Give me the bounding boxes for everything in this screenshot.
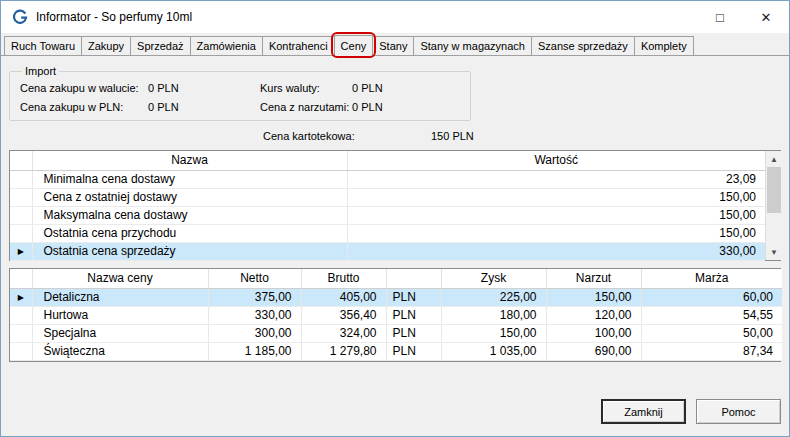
tab-kontrahenci[interactable]: Kontrahenci xyxy=(262,36,335,55)
cell-brutto: 324,00 xyxy=(301,324,386,342)
price-list-table: Nazwa ceny Netto Brutto Zysk Narzut Marż… xyxy=(10,269,782,361)
tab-zakupy[interactable]: Zakupy xyxy=(81,36,131,55)
field-value-cena-zakupu-pln: 0 PLN xyxy=(148,101,260,113)
cell-nazwa-ceny: Specjalna xyxy=(32,324,208,342)
cena-kartotekowa-value: 150 PLN xyxy=(431,130,474,142)
cell-brutto: 356,40 xyxy=(301,306,386,324)
informator-window: Informator - So perfumy 10ml □ ✕ Ruch To… xyxy=(0,0,790,437)
tab-szanse-sprzedazy[interactable]: Szanse sprzedaży xyxy=(531,36,635,55)
table-row[interactable]: Ostatnia cena przychodu 150,00 xyxy=(10,224,765,242)
scrollbar-thumb[interactable] xyxy=(767,167,781,213)
cell-name: Ostatnia cena przychodu xyxy=(32,224,347,242)
table-row[interactable]: Cena z ostatniej dostawy 150,00 xyxy=(10,188,765,206)
header-zysk: Zysk xyxy=(441,269,546,288)
tab-zamowienia[interactable]: Zamówienia xyxy=(190,36,263,55)
price-list-grid: Nazwa ceny Netto Brutto Zysk Narzut Marż… xyxy=(9,268,781,362)
cell-zysk: 225,00 xyxy=(441,288,546,306)
scroll-down-icon[interactable]: ▼ xyxy=(766,244,782,260)
field-label-cena-z-narzutami: Cena z narzutami: xyxy=(260,101,352,113)
cell-brutto: 1 279,80 xyxy=(301,342,386,360)
cena-kartotekowa-row: Cena kartotekowa: 150 PLN xyxy=(263,130,781,142)
field-label-cena-zakupu-walucie: Cena zakupu w walucie: xyxy=(20,82,148,94)
table-header-row: Nazwa Wartość xyxy=(10,151,765,170)
cell-name: Ostatnia cena sprzedaży xyxy=(32,242,347,260)
cell-zysk: 1 035,00 xyxy=(441,342,546,360)
table-row-selected[interactable]: ▶ Detaliczna 375,00 405,00 PLN 225,00 15… xyxy=(10,288,782,306)
zamknij-button[interactable]: Zamknij xyxy=(601,399,686,424)
scroll-up-icon[interactable]: ▲ xyxy=(766,151,782,167)
tab-ceny[interactable]: Ceny xyxy=(334,35,374,56)
header-currency xyxy=(386,269,441,288)
tab-stany-w-magazynach[interactable]: Stany w magazynach xyxy=(413,36,532,55)
cell-marza: 87,34 xyxy=(641,342,782,360)
tab-stany[interactable]: Stany xyxy=(372,36,414,55)
cell-narzut: 100,00 xyxy=(546,324,641,342)
row-marker xyxy=(10,188,32,206)
window-controls: □ ✕ xyxy=(697,1,789,33)
header-brutto: Brutto xyxy=(301,269,386,288)
header-nazwa-ceny: Nazwa ceny xyxy=(32,269,208,288)
table-row[interactable]: Specjalna 300,00 324,00 PLN 150,00 100,0… xyxy=(10,324,782,342)
table-row[interactable]: Świąteczna 1 185,00 1 279,80 PLN 1 035,0… xyxy=(10,342,782,360)
field-value-cena-zakupu-walucie: 0 PLN xyxy=(148,82,260,94)
close-button[interactable]: ✕ xyxy=(743,1,789,33)
row-marker xyxy=(10,324,32,342)
cell-narzut: 120,00 xyxy=(546,306,641,324)
tab-ruch-towaru[interactable]: Ruch Towaru xyxy=(4,36,82,55)
import-fields: Cena zakupu w walucie: 0 PLN Kurs waluty… xyxy=(20,82,462,113)
cell-value: 150,00 xyxy=(347,224,765,242)
table-row-selected[interactable]: ▶ Ostatnia cena sprzedaży 330,00 xyxy=(10,242,765,260)
cell-value: 330,00 xyxy=(347,242,765,260)
row-marker-icon: ▶ xyxy=(10,288,32,306)
cell-value: 23,09 xyxy=(347,170,765,188)
cell-zysk: 150,00 xyxy=(441,324,546,342)
header-netto: Netto xyxy=(208,269,301,288)
table-row[interactable]: Hurtowa 330,00 356,40 PLN 180,00 120,00 … xyxy=(10,306,782,324)
vertical-scrollbar[interactable]: ▲ ▼ xyxy=(765,151,782,260)
header-marker-gutter xyxy=(10,269,32,288)
cell-currency: PLN xyxy=(386,288,441,306)
cell-zysk: 180,00 xyxy=(441,306,546,324)
header-narzut: Narzut xyxy=(546,269,641,288)
cell-value: 150,00 xyxy=(347,206,765,224)
cell-currency: PLN xyxy=(386,342,441,360)
cell-netto: 375,00 xyxy=(208,288,301,306)
field-value-kurs-waluty: 0 PLN xyxy=(352,82,462,94)
scrollbar-track[interactable] xyxy=(766,167,782,244)
cell-narzut: 690,00 xyxy=(546,342,641,360)
header-marker-gutter xyxy=(10,151,32,170)
field-label-kurs-waluty: Kurs waluty: xyxy=(260,82,352,94)
tab-komplety[interactable]: Komplety xyxy=(634,36,694,55)
row-marker xyxy=(10,206,32,224)
cell-currency: PLN xyxy=(386,306,441,324)
cell-marza: 60,00 xyxy=(641,288,782,306)
cell-netto: 300,00 xyxy=(208,324,301,342)
import-groupbox: Import Cena zakupu w walucie: 0 PLN Kurs… xyxy=(9,65,471,121)
table-row[interactable]: Minimalna cena dostawy 23,09 xyxy=(10,170,765,188)
cell-narzut: 150,00 xyxy=(546,288,641,306)
cell-nazwa-ceny: Świąteczna xyxy=(32,342,208,360)
cell-name: Cena z ostatniej dostawy xyxy=(32,188,347,206)
row-marker xyxy=(10,224,32,242)
cell-brutto: 405,00 xyxy=(301,288,386,306)
field-value-cena-z-narzutami: 0 PLN xyxy=(352,101,462,113)
delivery-prices-table: Nazwa Wartość Minimalna cena dostawy 23,… xyxy=(10,151,765,261)
cena-kartotekowa-label: Cena kartotekowa: xyxy=(263,130,431,142)
tab-sprzedaz[interactable]: Sprzedaż xyxy=(130,36,190,55)
header-wartosc: Wartość xyxy=(347,151,765,170)
pomoc-button[interactable]: Pomoc xyxy=(696,399,781,424)
cell-marza: 50,00 xyxy=(641,324,782,342)
cell-netto: 1 185,00 xyxy=(208,342,301,360)
cell-name: Maksymalna cena dostawy xyxy=(32,206,347,224)
table-row[interactable]: Maksymalna cena dostawy 150,00 xyxy=(10,206,765,224)
header-nazwa: Nazwa xyxy=(32,151,347,170)
table-header-row: Nazwa ceny Netto Brutto Zysk Narzut Marż… xyxy=(10,269,782,288)
tab-ceny-label: Ceny xyxy=(341,40,367,52)
cell-netto: 330,00 xyxy=(208,306,301,324)
row-marker xyxy=(10,342,32,360)
app-icon xyxy=(12,9,28,25)
delivery-prices-grid: Nazwa Wartość Minimalna cena dostawy 23,… xyxy=(9,150,781,261)
maximize-button[interactable]: □ xyxy=(697,1,743,33)
tab-page-ceny: Import Cena zakupu w walucie: 0 PLN Kurs… xyxy=(1,56,789,436)
window-title: Informator - So perfumy 10ml xyxy=(36,10,697,24)
